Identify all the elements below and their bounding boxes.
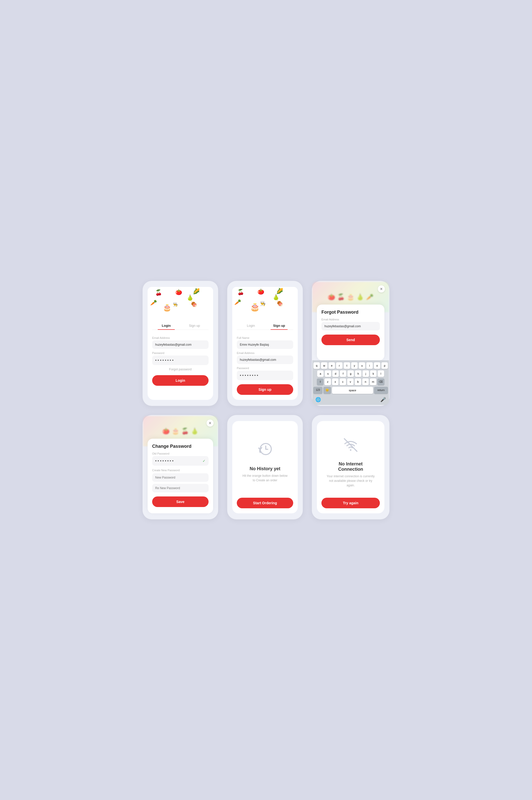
key-j[interactable]: j xyxy=(362,370,369,377)
key-v[interactable]: v xyxy=(347,379,354,385)
try-again-button[interactable]: Try again xyxy=(321,498,380,508)
key-w[interactable]: w xyxy=(321,362,327,369)
key-l[interactable]: l xyxy=(378,370,384,377)
renew-password-input[interactable] xyxy=(152,484,209,492)
tab-login-2[interactable]: Login xyxy=(237,322,265,329)
key-h[interactable]: h xyxy=(355,370,361,377)
key-m[interactable]: m xyxy=(370,379,376,385)
key-f[interactable]: f xyxy=(340,370,346,377)
signup-card: 🍒 🍅 🌽 🥕 🍐 🍖 🎂 👨‍🍳 Login Sign up Full Nam… xyxy=(227,281,303,406)
key-x[interactable]: x xyxy=(332,379,339,385)
fullname-input[interactable] xyxy=(237,340,293,349)
email-input[interactable] xyxy=(152,340,209,349)
empty-history-state: No History yet Hit the orange button dow… xyxy=(237,426,293,498)
password-input[interactable] xyxy=(152,356,209,365)
keyboard-row-3: ⇧ z x c v b n m ⌫ xyxy=(314,379,388,385)
signup-email-input[interactable] xyxy=(237,356,293,364)
login-card: 🍒 🍅 🌽 🥕 🍐 🍖 🎂 👨‍🍳 Login Sign up Email Ad… xyxy=(142,281,218,406)
key-s[interactable]: s xyxy=(325,370,331,377)
forgot-email-label: Email Address xyxy=(321,318,380,321)
login-tabs: Login Sign up xyxy=(152,322,209,330)
fullname-label: Full Name xyxy=(237,337,293,339)
key-g[interactable]: g xyxy=(347,370,354,377)
signup-password-label: Password xyxy=(237,367,293,370)
old-password-input[interactable] xyxy=(152,456,209,466)
start-ordering-button[interactable]: Start Ordering xyxy=(237,498,293,508)
key-shift[interactable]: ⇧ xyxy=(317,379,323,385)
no-internet-card: No Internet Connection Your internet con… xyxy=(312,415,390,520)
signup-button[interactable]: Sign up xyxy=(237,384,293,395)
tab-signup[interactable]: Sign up xyxy=(180,322,209,329)
history-icon xyxy=(256,441,274,462)
key-z[interactable]: z xyxy=(324,379,331,385)
food-illustration-1: 🍒 🍅 🌽 🥕 🍐 🍖 🎂 👨‍🍳 xyxy=(148,287,213,320)
keyboard-row-4: 123 😊 space return xyxy=(314,387,388,394)
change-password-card: ✕ 🍅🎂🍒🍐 Change Password Old Password ✓ Cr… xyxy=(142,415,218,520)
forgot-password-card: ✕ 🍅🍒🎂🍐🥕 Forgot Password Email Address Se… xyxy=(312,281,390,406)
signup-tabs: Login Sign up xyxy=(237,322,293,330)
send-button[interactable]: Send xyxy=(321,334,380,345)
tab-login[interactable]: Login xyxy=(152,322,180,329)
no-internet-state: No Internet Connection Your internet con… xyxy=(321,426,380,498)
key-e[interactable]: e xyxy=(328,362,335,369)
key-p[interactable]: p xyxy=(381,362,388,369)
change-password-sheet: Change Password Old Password ✓ Create Ne… xyxy=(148,439,213,513)
no-history-title: No History yet xyxy=(250,466,280,472)
keyboard-row-2: a s d f g h j k l xyxy=(314,370,388,377)
close-button[interactable]: ✕ xyxy=(378,286,385,292)
password-label: Password xyxy=(152,351,209,354)
email-label: Email Address xyxy=(152,337,209,339)
password-check-icon: ✓ xyxy=(203,459,206,463)
key-a[interactable]: a xyxy=(317,370,324,377)
key-t[interactable]: t xyxy=(344,362,350,369)
svg-point-2 xyxy=(350,449,352,451)
key-c[interactable]: c xyxy=(340,379,346,385)
change-close-button[interactable]: ✕ xyxy=(207,420,214,426)
save-button[interactable]: Save xyxy=(152,496,209,507)
no-history-desc: Hit the orange button down below to Crea… xyxy=(242,473,288,483)
forgot-password-link[interactable]: Forgot password xyxy=(152,368,209,371)
no-history-card: No History yet Hit the orange button dow… xyxy=(227,415,303,520)
key-i[interactable]: i xyxy=(366,362,373,369)
keyboard-row-1: q w e r t y u i o p xyxy=(314,362,388,369)
new-password-input[interactable] xyxy=(152,473,209,482)
signup-email-label: Email Address xyxy=(237,351,293,354)
key-u[interactable]: u xyxy=(359,362,365,369)
key-r[interactable]: r xyxy=(336,362,343,369)
change-title: Change Password xyxy=(152,444,209,449)
old-password-label: Old Password xyxy=(152,452,209,455)
key-numbers[interactable]: 123 xyxy=(314,387,322,394)
key-y[interactable]: y xyxy=(351,362,358,369)
key-k[interactable]: k xyxy=(370,370,377,377)
key-q[interactable]: q xyxy=(314,362,320,369)
tab-signup-2[interactable]: Sign up xyxy=(265,322,293,329)
key-globe[interactable]: 🌐 xyxy=(316,397,321,402)
forgot-password-sheet: Forgot Password Email Address Send xyxy=(317,305,384,360)
food-illustration-2: 🍒 🍅 🌽 🥕 🍐 🍖 🎂 👨‍🍳 xyxy=(232,287,298,320)
forgot-email-input[interactable] xyxy=(321,322,380,330)
no-internet-title: No Internet Connection xyxy=(326,461,375,472)
create-password-label: Create New Password xyxy=(152,469,209,472)
key-mic[interactable]: 🎤 xyxy=(380,397,386,402)
no-internet-desc: Your internet connection is currently no… xyxy=(326,474,375,488)
key-space[interactable]: space xyxy=(332,387,373,394)
login-button[interactable]: Login xyxy=(152,375,209,386)
forgot-title: Forgot Password xyxy=(321,310,380,315)
key-d[interactable]: d xyxy=(332,370,339,377)
key-b[interactable]: b xyxy=(355,379,361,385)
key-emoji[interactable]: 😊 xyxy=(323,387,331,394)
signup-password-input[interactable] xyxy=(237,370,293,380)
key-o[interactable]: o xyxy=(374,362,380,369)
keyboard: q w e r t y u i o p a s d f g h j k l xyxy=(312,360,389,405)
key-return[interactable]: return xyxy=(374,387,388,394)
wifi-off-icon xyxy=(342,436,359,457)
key-n[interactable]: n xyxy=(362,379,369,385)
key-delete[interactable]: ⌫ xyxy=(377,379,384,385)
